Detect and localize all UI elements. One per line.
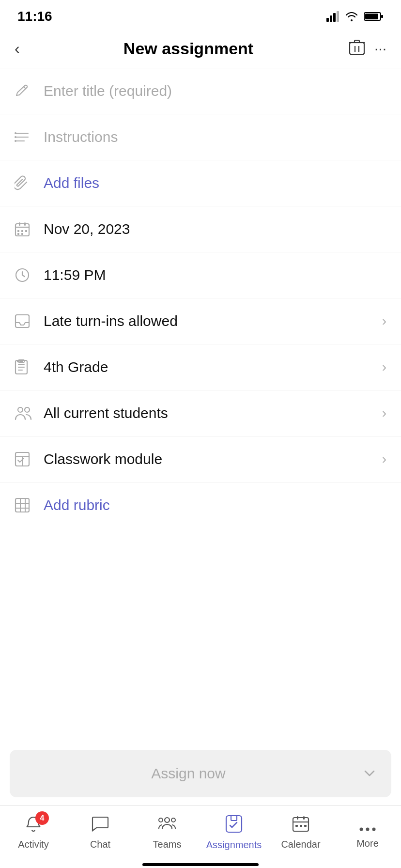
grade-row[interactable]: 4th Grade ›	[0, 344, 401, 390]
students-row[interactable]: All current students ›	[0, 390, 401, 436]
svg-point-14	[15, 136, 16, 138]
add-rubric-row[interactable]: Add rubric	[0, 482, 401, 528]
status-time: 11:16	[17, 9, 52, 24]
add-rubric-button[interactable]: Add rubric	[44, 497, 386, 513]
svg-rect-7	[350, 43, 364, 54]
nav-label-assignments: Assignments	[206, 839, 262, 851]
header: ‹ New assignment ···	[0, 29, 401, 68]
activity-icon: 4	[25, 815, 42, 837]
pencil-icon	[15, 84, 44, 98]
due-date-row[interactable]: Nov 20, 2023	[0, 206, 401, 252]
signal-icon	[326, 11, 339, 22]
inbox-icon	[15, 314, 44, 328]
svg-point-40	[159, 818, 163, 822]
due-time-value[interactable]: 11:59 PM	[44, 267, 386, 283]
nav-item-activity[interactable]: 4 Activity	[0, 806, 67, 853]
svg-rect-43	[297, 816, 298, 820]
classwork-chevron: ›	[382, 451, 386, 467]
nav-label-calendar: Calendar	[281, 839, 320, 850]
wifi-icon	[345, 11, 358, 22]
activity-badge: 4	[35, 811, 49, 825]
svg-rect-21	[25, 230, 27, 232]
svg-point-29	[25, 407, 30, 412]
nav-item-assignments[interactable]: Assignments	[200, 806, 267, 853]
svg-rect-6	[381, 15, 383, 18]
nav-item-more[interactable]: More	[334, 806, 401, 853]
svg-point-49	[366, 828, 370, 831]
chat-icon	[92, 815, 109, 837]
nav-label-teams: Teams	[153, 839, 182, 850]
svg-point-13	[15, 132, 16, 134]
students-value[interactable]: All current students	[44, 405, 377, 421]
status-bar: 11:16	[0, 0, 401, 29]
assign-dropdown-button[interactable]	[357, 770, 382, 777]
title-row[interactable]: Enter title (required)	[0, 68, 401, 114]
svg-rect-44	[303, 816, 305, 820]
due-date-value[interactable]: Nov 20, 2023	[44, 221, 386, 237]
assign-button-container: Assign now	[10, 750, 391, 797]
svg-point-28	[18, 407, 23, 412]
assignments-icon	[225, 815, 243, 837]
svg-rect-47	[304, 825, 307, 827]
more-icon	[359, 816, 376, 836]
nav-label-activity: Activity	[18, 839, 48, 850]
add-files-button[interactable]: Add files	[44, 175, 386, 191]
svg-point-48	[360, 828, 363, 831]
clock-icon	[15, 267, 44, 283]
delete-button[interactable]	[349, 39, 365, 58]
nav-calendar-icon	[292, 815, 309, 837]
bottom-nav: 4 Activity Chat Teams	[0, 805, 401, 863]
svg-rect-17	[19, 222, 20, 226]
svg-point-50	[372, 828, 376, 831]
back-button[interactable]: ‹	[15, 40, 39, 58]
instructions-input[interactable]: Instructions	[44, 129, 386, 145]
late-policy-chevron: ›	[382, 313, 386, 329]
svg-rect-3	[337, 11, 339, 22]
late-policy-row[interactable]: Late turn-ins allowed ›	[0, 298, 401, 344]
grade-value[interactable]: 4th Grade	[44, 359, 377, 375]
status-icons	[326, 11, 384, 22]
add-files-row[interactable]: Add files	[0, 160, 401, 206]
classwork-row[interactable]: Classwork module ›	[0, 436, 401, 482]
svg-rect-19	[17, 230, 19, 232]
nav-label-chat: Chat	[90, 839, 110, 850]
students-chevron: ›	[382, 405, 386, 421]
nav-item-chat[interactable]: Chat	[67, 806, 134, 853]
title-input[interactable]: Enter title (required)	[44, 83, 386, 99]
page-title: New assignment	[39, 39, 338, 58]
late-policy-value[interactable]: Late turn-ins allowed	[44, 313, 377, 329]
home-indicator	[0, 863, 401, 868]
nav-label-more: More	[356, 838, 379, 849]
svg-rect-42	[293, 818, 308, 831]
svg-rect-20	[21, 230, 23, 232]
grade-chevron: ›	[382, 359, 386, 375]
instructions-icon	[15, 130, 44, 144]
svg-point-15	[15, 140, 16, 142]
svg-rect-46	[300, 825, 302, 827]
form-section: Enter title (required) Instructions Add …	[0, 68, 401, 750]
svg-rect-33	[15, 498, 29, 512]
home-indicator-bar	[142, 863, 259, 866]
instructions-row[interactable]: Instructions	[0, 114, 401, 160]
paperclip-icon	[15, 175, 44, 191]
svg-point-39	[171, 818, 175, 822]
assign-now-button[interactable]: Assign now	[19, 758, 357, 790]
svg-point-38	[165, 818, 170, 822]
students-icon	[15, 406, 44, 420]
calendar-icon	[15, 221, 44, 237]
nav-item-teams[interactable]: Teams	[134, 806, 200, 853]
classwork-icon	[15, 451, 44, 467]
svg-rect-23	[21, 233, 23, 235]
svg-rect-22	[17, 233, 19, 235]
nav-item-calendar[interactable]: Calendar	[267, 806, 334, 853]
header-actions: ···	[338, 39, 386, 58]
teams-icon	[158, 815, 176, 837]
svg-rect-1	[330, 16, 332, 22]
svg-rect-2	[333, 13, 336, 22]
svg-rect-18	[24, 222, 26, 226]
classwork-value[interactable]: Classwork module	[44, 451, 377, 467]
more-options-button[interactable]: ···	[374, 40, 386, 57]
svg-rect-5	[365, 14, 378, 19]
svg-rect-0	[326, 18, 329, 22]
due-time-row[interactable]: 11:59 PM	[0, 252, 401, 298]
